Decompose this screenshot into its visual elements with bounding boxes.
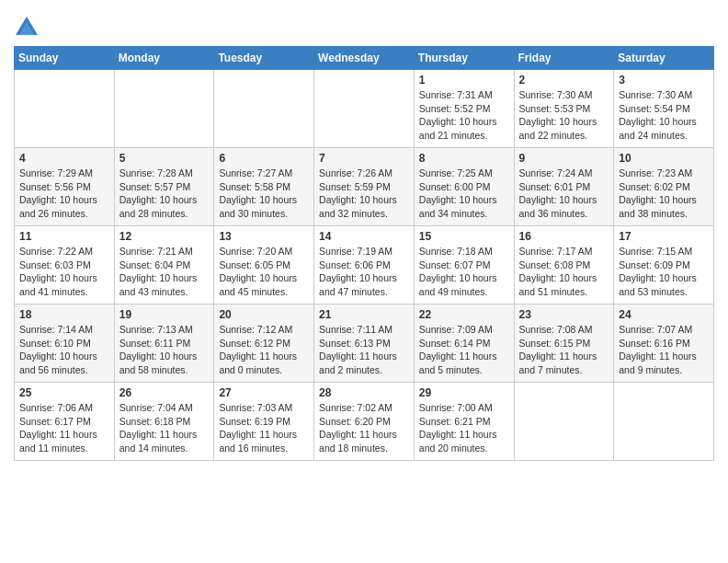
- week-row-1: 1Sunrise: 7:31 AM Sunset: 5:52 PM Daylig…: [15, 70, 714, 148]
- calendar-cell: 9Sunrise: 7:24 AM Sunset: 6:01 PM Daylig…: [514, 148, 614, 226]
- day-number: 7: [319, 152, 409, 165]
- calendar-cell: [114, 70, 214, 148]
- day-info: Sunrise: 7:31 AM Sunset: 5:52 PM Dayligh…: [419, 88, 509, 143]
- day-number: 12: [119, 230, 210, 243]
- week-row-3: 11Sunrise: 7:22 AM Sunset: 6:03 PM Dayli…: [15, 226, 714, 304]
- day-number: 13: [219, 230, 309, 243]
- day-info: Sunrise: 7:20 AM Sunset: 6:05 PM Dayligh…: [219, 245, 309, 299]
- day-info: Sunrise: 7:09 AM Sunset: 6:14 PM Dayligh…: [419, 323, 509, 377]
- header-cell-thursday: Thursday: [414, 47, 514, 70]
- calendar-cell: [214, 70, 314, 148]
- day-number: 29: [419, 386, 509, 399]
- day-number: 1: [419, 74, 509, 86]
- day-number: 16: [519, 230, 609, 243]
- header-cell-saturday: Saturday: [614, 47, 714, 70]
- day-info: Sunrise: 7:06 AM Sunset: 6:17 PM Dayligh…: [19, 401, 109, 455]
- week-row-5: 25Sunrise: 7:06 AM Sunset: 6:17 PM Dayli…: [15, 383, 714, 461]
- calendar-cell: 3Sunrise: 7:30 AM Sunset: 5:54 PM Daylig…: [614, 70, 714, 148]
- day-number: 15: [419, 230, 509, 243]
- day-number: 24: [619, 308, 709, 321]
- day-number: 25: [19, 386, 109, 399]
- day-info: Sunrise: 7:17 AM Sunset: 6:08 PM Dayligh…: [519, 245, 609, 299]
- day-number: 20: [219, 308, 309, 321]
- calendar-cell: 28Sunrise: 7:02 AM Sunset: 6:20 PM Dayli…: [314, 383, 415, 461]
- calendar-table: SundayMondayTuesdayWednesdayThursdayFrid…: [14, 46, 714, 461]
- calendar-cell: 19Sunrise: 7:13 AM Sunset: 6:11 PM Dayli…: [114, 304, 214, 383]
- day-info: Sunrise: 7:22 AM Sunset: 6:03 PM Dayligh…: [19, 245, 109, 299]
- day-info: Sunrise: 7:30 AM Sunset: 5:54 PM Dayligh…: [619, 88, 709, 143]
- calendar-cell: 7Sunrise: 7:26 AM Sunset: 5:59 PM Daylig…: [314, 148, 415, 226]
- day-number: 5: [119, 152, 210, 165]
- calendar-cell: 29Sunrise: 7:00 AM Sunset: 6:21 PM Dayli…: [414, 383, 514, 461]
- day-number: 26: [119, 386, 210, 399]
- day-info: Sunrise: 7:12 AM Sunset: 6:12 PM Dayligh…: [219, 323, 309, 377]
- calendar-cell: 6Sunrise: 7:27 AM Sunset: 5:58 PM Daylig…: [214, 148, 314, 226]
- calendar-cell: 5Sunrise: 7:28 AM Sunset: 5:57 PM Daylig…: [114, 148, 214, 226]
- calendar-cell: 27Sunrise: 7:03 AM Sunset: 6:19 PM Dayli…: [214, 383, 314, 461]
- day-info: Sunrise: 7:13 AM Sunset: 6:11 PM Dayligh…: [119, 323, 210, 377]
- calendar-cell: 22Sunrise: 7:09 AM Sunset: 6:14 PM Dayli…: [414, 304, 514, 383]
- calendar-cell: [614, 383, 714, 461]
- day-info: Sunrise: 7:30 AM Sunset: 5:53 PM Dayligh…: [519, 88, 609, 143]
- calendar-cell: [514, 383, 614, 461]
- day-info: Sunrise: 7:28 AM Sunset: 5:57 PM Dayligh…: [119, 167, 210, 221]
- calendar-cell: 13Sunrise: 7:20 AM Sunset: 6:05 PM Dayli…: [214, 226, 314, 304]
- day-number: 22: [419, 308, 509, 321]
- calendar-cell: 1Sunrise: 7:31 AM Sunset: 5:52 PM Daylig…: [414, 70, 514, 148]
- day-number: 4: [19, 152, 109, 165]
- header-row: SundayMondayTuesdayWednesdayThursdayFrid…: [15, 47, 714, 70]
- header-cell-tuesday: Tuesday: [214, 47, 314, 70]
- day-info: Sunrise: 7:03 AM Sunset: 6:19 PM Dayligh…: [219, 401, 309, 455]
- calendar-cell: 23Sunrise: 7:08 AM Sunset: 6:15 PM Dayli…: [514, 304, 614, 383]
- calendar-cell: 17Sunrise: 7:15 AM Sunset: 6:09 PM Dayli…: [614, 226, 714, 304]
- day-info: Sunrise: 7:19 AM Sunset: 6:06 PM Dayligh…: [319, 245, 409, 299]
- day-number: 27: [219, 386, 309, 399]
- day-number: 9: [519, 152, 609, 165]
- day-number: 14: [319, 230, 409, 243]
- calendar-cell: 8Sunrise: 7:25 AM Sunset: 6:00 PM Daylig…: [414, 148, 514, 226]
- day-info: Sunrise: 7:15 AM Sunset: 6:09 PM Dayligh…: [619, 245, 709, 299]
- day-number: 11: [19, 230, 109, 243]
- header: [14, 9, 714, 40]
- day-info: Sunrise: 7:02 AM Sunset: 6:20 PM Dayligh…: [319, 401, 409, 455]
- header-cell-wednesday: Wednesday: [314, 47, 415, 70]
- calendar-cell: 20Sunrise: 7:12 AM Sunset: 6:12 PM Dayli…: [214, 304, 314, 383]
- header-cell-sunday: Sunday: [15, 47, 115, 70]
- day-info: Sunrise: 7:14 AM Sunset: 6:10 PM Dayligh…: [19, 323, 109, 377]
- day-info: Sunrise: 7:18 AM Sunset: 6:07 PM Dayligh…: [419, 245, 509, 299]
- week-row-4: 18Sunrise: 7:14 AM Sunset: 6:10 PM Dayli…: [15, 304, 714, 383]
- day-info: Sunrise: 7:21 AM Sunset: 6:04 PM Dayligh…: [119, 245, 210, 299]
- header-cell-friday: Friday: [514, 47, 614, 70]
- day-number: 2: [519, 74, 609, 86]
- calendar-cell: 2Sunrise: 7:30 AM Sunset: 5:53 PM Daylig…: [514, 70, 614, 148]
- day-info: Sunrise: 7:04 AM Sunset: 6:18 PM Dayligh…: [119, 401, 210, 455]
- day-info: Sunrise: 7:11 AM Sunset: 6:13 PM Dayligh…: [319, 323, 409, 377]
- day-number: 21: [319, 308, 409, 321]
- day-info: Sunrise: 7:29 AM Sunset: 5:56 PM Dayligh…: [19, 167, 109, 221]
- calendar-cell: 11Sunrise: 7:22 AM Sunset: 6:03 PM Dayli…: [15, 226, 115, 304]
- day-info: Sunrise: 7:00 AM Sunset: 6:21 PM Dayligh…: [419, 401, 509, 455]
- day-info: Sunrise: 7:08 AM Sunset: 6:15 PM Dayligh…: [519, 323, 609, 377]
- calendar-cell: 14Sunrise: 7:19 AM Sunset: 6:06 PM Dayli…: [314, 226, 415, 304]
- day-info: Sunrise: 7:23 AM Sunset: 6:02 PM Dayligh…: [619, 167, 709, 221]
- day-info: Sunrise: 7:07 AM Sunset: 6:16 PM Dayligh…: [619, 323, 709, 377]
- day-number: 19: [119, 308, 210, 321]
- day-info: Sunrise: 7:27 AM Sunset: 5:58 PM Dayligh…: [219, 167, 309, 221]
- day-number: 6: [219, 152, 309, 165]
- day-info: Sunrise: 7:26 AM Sunset: 5:59 PM Dayligh…: [319, 167, 409, 221]
- day-number: 18: [19, 308, 109, 321]
- week-row-2: 4Sunrise: 7:29 AM Sunset: 5:56 PM Daylig…: [15, 148, 714, 226]
- calendar-cell: 4Sunrise: 7:29 AM Sunset: 5:56 PM Daylig…: [15, 148, 115, 226]
- calendar-cell: [314, 70, 415, 148]
- calendar-cell: 18Sunrise: 7:14 AM Sunset: 6:10 PM Dayli…: [15, 304, 115, 383]
- day-number: 8: [419, 152, 509, 165]
- day-number: 17: [619, 230, 709, 243]
- calendar-cell: 25Sunrise: 7:06 AM Sunset: 6:17 PM Dayli…: [15, 383, 115, 461]
- day-number: 28: [319, 386, 409, 399]
- calendar-cell: 26Sunrise: 7:04 AM Sunset: 6:18 PM Dayli…: [114, 383, 214, 461]
- calendar-cell: 12Sunrise: 7:21 AM Sunset: 6:04 PM Dayli…: [114, 226, 214, 304]
- logo: [14, 15, 43, 40]
- calendar-cell: 16Sunrise: 7:17 AM Sunset: 6:08 PM Dayli…: [514, 226, 614, 304]
- day-number: 3: [619, 74, 709, 86]
- header-cell-monday: Monday: [114, 47, 214, 70]
